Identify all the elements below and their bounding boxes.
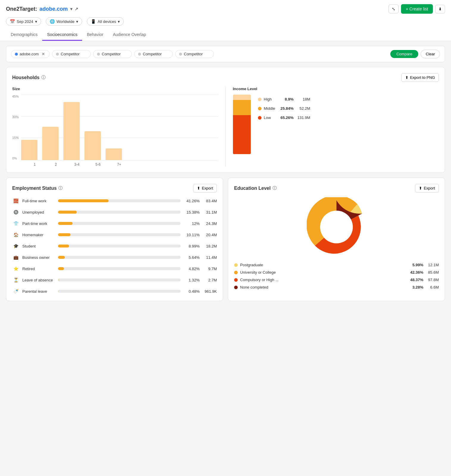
student-pct: 8.99% — [184, 244, 200, 248]
date-filter-label: Sep 2024 — [17, 19, 33, 24]
bottom-row: Employment Status ⓘ ⬆ Export 🧱 Full-time… — [6, 178, 445, 306]
unemployed-pct: 15.38% — [184, 210, 200, 214]
retired-label: Retired — [22, 267, 55, 271]
x-label-2: 2 — [48, 162, 64, 167]
homemaker-label: Homemaker — [22, 233, 55, 237]
parttime-val: 24.3M — [203, 221, 217, 226]
bar-34 — [63, 102, 80, 160]
business-owner-pct: 5.64% — [184, 255, 200, 260]
employment-export-button[interactable]: ⬆ Export — [193, 184, 217, 192]
student-label: Student — [22, 244, 55, 248]
student-val: 18.2M — [203, 244, 217, 248]
y-label-15: 15% — [12, 136, 19, 140]
device-filter[interactable]: 📱 All devices ▾ — [87, 17, 124, 26]
main-content: adobe.com ✕ Competitor Competitor Compet… — [0, 41, 451, 311]
create-list-button[interactable]: + Create list — [401, 4, 433, 14]
y-label-30: 30% — [12, 115, 19, 119]
education-export-label: Export — [424, 186, 435, 190]
competitor-input-3[interactable]: Competitor — [134, 50, 173, 58]
income-label-high: High — [264, 97, 275, 101]
leave-bar-fill — [58, 278, 59, 281]
fulltime-bar-container — [58, 199, 181, 202]
size-title: Size — [12, 87, 218, 91]
bar-group-56 — [84, 131, 101, 160]
income-val-high: 18M — [296, 97, 310, 101]
income-legend: High 8.9% 18M Middle 25.84% 52.2M — [258, 97, 310, 120]
edu-val-none: 6.6M — [426, 285, 439, 289]
employment-export-label: Export — [202, 186, 213, 190]
x-axis: 1 2 3-4 5-6 7+ — [12, 162, 218, 167]
parttime-bar-container — [58, 222, 181, 225]
business-owner-val: 11.4M — [203, 255, 217, 260]
header-top: One2Target: adobe.com ▾ ↗ ⤡ + Create lis… — [6, 4, 445, 14]
employment-title: Employment Status ⓘ — [12, 186, 62, 191]
income-pct-high: 8.9% — [278, 97, 294, 101]
competitor-adobe-close[interactable]: ✕ — [42, 52, 45, 56]
households-title-text: Households — [12, 75, 40, 80]
competitor-input-adobe[interactable]: adobe.com ✕ — [11, 50, 50, 58]
employment-list: 🧱 Full-time work 41.26% 83.4M 🔘 Unemploy… — [12, 197, 217, 295]
income-val-middle: 52.2M — [296, 106, 310, 111]
edu-pct-compulsory: 48.37% — [408, 278, 423, 282]
homemaker-val: 20.4M — [203, 233, 217, 237]
edu-legend-university: University or College 42.36% 85.6M — [234, 270, 439, 275]
tab-behavior[interactable]: Behavior — [82, 29, 108, 41]
employment-item-retired: ⭐ Retired 4.82% 9.7M — [12, 265, 217, 272]
households-export-button[interactable]: ⬆ Export to PNG — [401, 73, 439, 82]
region-filter[interactable]: 🌐 Worldwide ▾ — [46, 17, 82, 26]
income-pct-middle: 25.84% — [278, 106, 294, 111]
edu-dot-none — [234, 286, 238, 289]
fulltime-pct: 41.26% — [184, 199, 200, 203]
households-info-icon[interactable]: ⓘ — [41, 75, 46, 80]
homemaker-bar-container — [58, 233, 181, 236]
parental-icon: 🍼 — [12, 288, 19, 295]
tab-audience-overlap[interactable]: Audience Overlap — [108, 29, 151, 41]
income-stacked-bar — [233, 95, 251, 154]
employment-item-fulltime: 🧱 Full-time work 41.26% 83.4M — [12, 197, 217, 204]
header-filters: 📅 Sep 2024 ▾ 🌐 Worldwide ▾ 📱 All devices… — [6, 17, 445, 26]
tab-demographics[interactable]: Demographics — [6, 29, 42, 41]
education-export-button[interactable]: ⬆ Export — [415, 184, 439, 192]
clear-button[interactable]: Clear — [421, 50, 440, 58]
retired-bar-container — [58, 267, 181, 270]
education-card: Education Level ⓘ ⬆ Export — [228, 178, 445, 301]
homemaker-pct: 10.11% — [184, 233, 200, 237]
brand-name: adobe.com — [40, 6, 68, 12]
parttime-label: Part-time work — [22, 221, 55, 226]
education-info-icon[interactable]: ⓘ — [273, 186, 277, 191]
edu-legend-none: None completed 3.28% 6.6M — [234, 285, 439, 289]
title-chevron-icon[interactable]: ▾ — [70, 7, 72, 11]
income-segment-middle — [233, 100, 251, 115]
tab-socioeconomics[interactable]: Socioeconomics — [42, 29, 82, 41]
competitor-input-4[interactable]: Competitor — [175, 50, 214, 58]
retired-val: 9.7M — [203, 267, 217, 271]
competitor-3-label: Competitor — [143, 52, 162, 56]
income-dot-middle — [258, 107, 261, 110]
active-dot — [15, 53, 18, 56]
employment-export-icon: ⬆ — [197, 186, 200, 190]
competitor-4-label: Competitor — [184, 52, 203, 56]
device-filter-label: All devices — [98, 19, 116, 24]
employment-info-icon[interactable]: ⓘ — [58, 186, 62, 191]
business-owner-bar-container — [58, 256, 181, 259]
competitor-input-2[interactable]: Competitor — [93, 50, 132, 58]
education-title-text: Education Level — [234, 186, 271, 191]
households-title: Households ⓘ — [12, 75, 46, 80]
bar-group-1 — [21, 140, 37, 160]
edu-pct-none: 3.28% — [408, 285, 423, 289]
employment-card-header: Employment Status ⓘ ⬆ Export — [12, 184, 217, 192]
competitor-input-1[interactable]: Competitor — [52, 50, 91, 58]
edu-val-compulsory: 97.8M — [426, 278, 439, 282]
donut-inner-circle — [320, 211, 353, 243]
x-label-34: 3-4 — [69, 162, 85, 167]
homemaker-icon: 🏠 — [12, 231, 19, 238]
minimize-button[interactable]: ⤡ — [389, 4, 399, 13]
competitor-adobe-label: adobe.com — [20, 52, 39, 56]
compare-button[interactable]: Compare — [390, 50, 418, 58]
households-card: Households ⓘ ⬆ Export to PNG Size 45% — [6, 67, 445, 173]
external-link-icon[interactable]: ↗ — [75, 7, 78, 11]
region-filter-chevron: ▾ — [76, 19, 78, 24]
date-filter[interactable]: 📅 Sep 2024 ▾ — [6, 17, 41, 26]
income-title: Income Level — [233, 87, 439, 91]
export-top-button[interactable]: ⬇ — [435, 5, 445, 13]
